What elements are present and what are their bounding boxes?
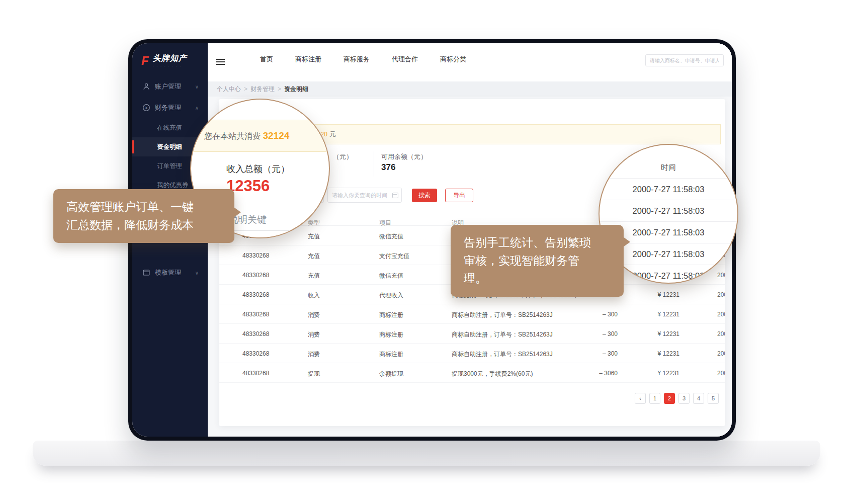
hamburger-menu-icon[interactable]	[216, 57, 225, 66]
cell-amount: – 300	[571, 311, 618, 318]
nav-item[interactable]: 首页	[260, 55, 273, 64]
nav-item[interactable]: 商标分类	[440, 55, 466, 64]
cell-balance: ¥ 12231	[632, 291, 679, 298]
magnified-income-label: 收入总额（元）	[226, 163, 290, 175]
cell-type: 消费	[308, 350, 320, 359]
sidebar-item-在线充值[interactable]: 在线充值	[132, 118, 208, 137]
magnified-time-header: 时间	[600, 163, 737, 173]
chevron-down-icon: ∨	[195, 270, 199, 276]
top-navbar: 首页商标注册商标服务代理合作商标分类	[208, 43, 732, 81]
nav-item[interactable]: 商标注册	[295, 55, 321, 64]
chevron-down-icon: ∨	[195, 84, 199, 90]
cell-order: 48330268	[242, 272, 269, 279]
svg-text:¥: ¥	[145, 106, 148, 110]
finance-icon: ¥	[142, 104, 150, 112]
cell-time: 2000-7-27 11:58:03	[717, 370, 725, 377]
laptop-base	[33, 441, 820, 466]
cell-type: 消费	[308, 311, 320, 319]
pagination-prev[interactable]: ‹	[635, 393, 646, 404]
cell-type: 收入	[308, 291, 320, 300]
breadcrumb-separator: >	[278, 86, 281, 93]
cell-order: 48330268	[242, 252, 269, 259]
cell-project: 代理收入	[379, 291, 403, 300]
cell-amount: – 300	[571, 350, 618, 357]
cell-project: 商标注册	[379, 350, 403, 359]
nav-item[interactable]: 代理合作	[392, 55, 418, 64]
breadcrumb-item: 资金明细	[284, 85, 308, 94]
magnified-banner: 您在本站共消费 32124	[191, 120, 329, 152]
cell-desc: 商标自助注册，订单号：SB2514263J	[452, 330, 553, 339]
magnified-time-row: 2000-7-27 11:58:03	[600, 200, 737, 221]
cell-balance: ¥ 12231	[632, 330, 679, 338]
cell-order: 48330268	[242, 350, 269, 357]
cell-balance: ¥ 12231	[632, 370, 679, 377]
pagination: ‹12345	[635, 393, 719, 404]
table-row: 48330268消费商标注册商标自助注册，订单号：SB2514263J– 300…	[219, 324, 725, 344]
cell-balance: ¥ 12231	[632, 311, 679, 318]
cell-balance: ¥ 12231	[632, 350, 679, 357]
cell-project: 微信充值	[379, 232, 403, 241]
stat-balance-label: 可用余额（元）	[381, 152, 427, 161]
table-row: 48330268消费商标注册商标自助注册，订单号：SB2514263J– 300…	[219, 304, 725, 324]
cell-order: 48330268	[242, 370, 269, 377]
pagination-page-3[interactable]: 3	[678, 393, 690, 404]
breadcrumb-item[interactable]: 个人中心	[217, 85, 241, 94]
sidebar-group-账户管理[interactable]: 账户管理∨	[132, 76, 208, 97]
cell-order: 48330268	[242, 291, 269, 298]
magnified-time-row: 2000-7-27 11:58:03	[600, 178, 737, 200]
stat-divider	[374, 151, 374, 177]
user-icon	[142, 82, 150, 91]
calendar-icon[interactable]	[392, 193, 398, 198]
cell-project: 余额提现	[379, 370, 403, 378]
brand-name: 头牌知产	[153, 53, 187, 64]
banner-suffix: 元	[329, 130, 336, 139]
top-nav-links: 首页商标注册商标服务代理合作商标分类	[260, 43, 466, 75]
cell-project: 微信充值	[379, 272, 403, 280]
cell-type: 充值	[308, 272, 320, 280]
cell-time: 2000-7-27 11:58:03	[717, 350, 725, 357]
brand-logo-icon: F	[141, 55, 149, 67]
cell-project: 商标注册	[379, 311, 403, 319]
callout-right: 告别手工统计、告别繁琐审核，实现智能财务管理。	[451, 225, 624, 297]
sort-caret-icon: ∨	[309, 219, 313, 224]
breadcrumb-item[interactable]: 财务管理	[250, 85, 275, 94]
cell-amount: – 300	[571, 330, 618, 338]
stat-balance-value: 376	[381, 162, 395, 173]
trademark-search-input[interactable]	[645, 54, 724, 66]
cell-time: 2000-7-27 11:58:03	[717, 330, 725, 338]
cell-type: 充值	[308, 232, 320, 241]
page: F 头牌知产 · · · · · · · · 账户管理∨¥财务管理∧在线充值资金…	[0, 0, 853, 504]
callout-left: 高效管理账户订单、一键汇总数据，降低财务成本	[53, 189, 234, 243]
cell-type: 消费	[308, 330, 320, 339]
cell-order: 48330268	[242, 330, 269, 338]
cell-project: 支付宝充值	[379, 252, 409, 261]
cell-desc: 提现3000元，手续费2%(60元)	[452, 370, 533, 378]
sidebar-group-财务管理[interactable]: ¥财务管理∧	[132, 97, 208, 118]
cell-type: 提现	[308, 370, 320, 378]
pagination-page-1[interactable]: 1	[649, 393, 660, 404]
date-filter-input[interactable]	[327, 188, 402, 203]
search-button[interactable]: 搜索	[412, 189, 437, 202]
export-button[interactable]: 导出	[445, 189, 473, 202]
cell-desc: 商标自助注册，订单号：SB2514263J	[452, 350, 553, 359]
cell-order: 48330268	[242, 311, 269, 318]
table-row: 48330268消费商标注册商标自助注册，订单号：SB2514263J– 300…	[219, 344, 725, 363]
stat-middle-label-fragment: （元）	[333, 152, 353, 161]
cell-type: 充值	[308, 252, 320, 261]
pagination-page-4[interactable]: 4	[693, 393, 704, 404]
brand-subtitle: · · · · · · · ·	[153, 65, 187, 68]
pagination-page-5[interactable]: 5	[708, 393, 719, 404]
pagination-page-2[interactable]: 2	[664, 393, 675, 404]
template-icon	[142, 269, 150, 277]
breadcrumb-separator: >	[244, 86, 247, 93]
chevron-up-icon: ∧	[195, 105, 199, 111]
cell-time: 2000-7-27 11:58:03	[717, 272, 725, 279]
sidebar-group-模板管理[interactable]: 模板管理∨	[132, 262, 208, 283]
cell-amount: – 3060	[571, 370, 618, 377]
brand-logo[interactable]: F 头牌知产 · · · · · · · ·	[132, 43, 208, 76]
nav-item[interactable]: 商标服务	[344, 55, 370, 64]
cell-time: 2000-7-27 11:58:03	[717, 291, 725, 298]
breadcrumb: 个人中心>财务管理>资金明细	[208, 81, 732, 97]
sort-caret-icon: ∨	[381, 219, 384, 224]
cell-time: 2000-7-27 11:58:03	[717, 311, 725, 318]
